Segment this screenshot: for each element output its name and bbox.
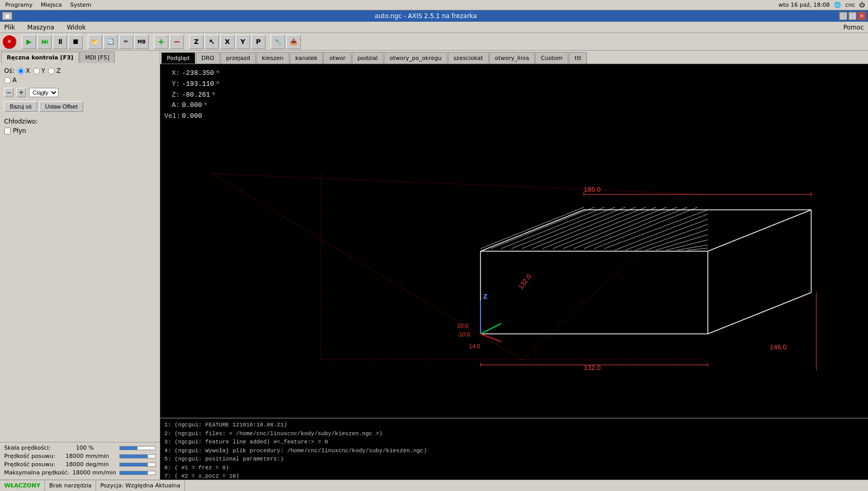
tab-kieszen[interactable]: kieszen: [256, 52, 289, 64]
status-bar: WŁĄCZONY Brak narzędzia Pozycja: Względn…: [0, 480, 868, 491]
tab-przejazd[interactable]: przejazd: [221, 52, 256, 64]
slider-feed2: Prędkość posuwu: 18000 deg/min: [4, 461, 156, 468]
home-button[interactable]: ↖: [205, 35, 219, 49]
log-line-5: 5: (ngcgui: positional parameters:): [164, 455, 864, 464]
jog-minus-button[interactable]: −: [4, 88, 13, 97]
axis-a-row: A: [4, 76, 156, 84]
tool-text: Brak narzędzia: [49, 482, 91, 489]
system-menu[interactable]: System: [68, 1, 94, 9]
step-button[interactable]: ⏭: [37, 35, 52, 49]
axis-label: Oś:: [4, 67, 14, 74]
svg-line-33: [687, 248, 708, 250]
stop-program-button[interactable]: ⏹: [68, 35, 83, 49]
right-area: Podgląd DRO przejazd kieszen kanalek otw…: [160, 51, 868, 480]
x-zero-button[interactable]: X: [220, 35, 235, 49]
tab-custom[interactable]: Custom: [535, 52, 568, 64]
tab-podzial[interactable]: podzial: [352, 52, 383, 64]
log-line-2: 2: (ngcgui: files: < /home/cnc/linuxcnc/…: [164, 429, 864, 438]
tab-kanalek[interactable]: kanalek: [290, 52, 323, 64]
log-area[interactable]: 1: (ngcgui: FEATURE 121016:18.08.21) 2: …: [160, 418, 868, 480]
z-touch-button[interactable]: Z: [189, 35, 204, 49]
slider-feed2-bar[interactable]: [119, 463, 156, 467]
axis-x-label[interactable]: X: [18, 67, 30, 74]
content-tabs: Podgląd DRO przejazd kieszen kanalek otw…: [160, 51, 868, 64]
plus-button[interactable]: +: [154, 35, 168, 49]
viewport[interactable]: X: -238.350 ⊕ Y: -193.110 ⊕ Z: -80.261 ⊕: [160, 64, 868, 418]
axis-y-radio[interactable]: [33, 68, 40, 74]
ustaw-offset-button[interactable]: Ustaw Offset: [39, 101, 83, 112]
settings-button[interactable]: 🔧: [271, 35, 285, 49]
jog-mode-select[interactable]: Ciągły 0.001 0.01 0.1 1: [29, 88, 58, 97]
miejsca-menu[interactable]: Miejsca: [39, 1, 64, 9]
y-zero-button[interactable]: Y: [236, 35, 250, 49]
axis-z-radio[interactable]: [48, 68, 55, 74]
reload-button[interactable]: 🔄: [103, 35, 118, 49]
dro-overlay: X: -238.350 ⊕ Y: -193.110 ⊕ Z: -80.261 ⊕: [164, 68, 219, 122]
bazuj-os-button[interactable]: Bazuj oś: [4, 101, 37, 112]
minus-button[interactable]: −: [169, 35, 184, 49]
slider-maxspeed: Maksymalna prędkość: 18000 mm/min: [4, 469, 156, 476]
tab-otwory-po-okregu[interactable]: otwory_po_okregu: [384, 52, 447, 64]
edit-button[interactable]: ✏️: [119, 35, 133, 49]
pause-button[interactable]: ⏸: [53, 35, 67, 49]
menu-widok[interactable]: Widok: [65, 23, 88, 32]
tab-ttt[interactable]: ttt: [569, 52, 587, 64]
run-button[interactable]: ▶: [22, 35, 36, 49]
axis-y-label[interactable]: Y: [33, 67, 45, 74]
coolant-label: Chłodziwo:: [4, 118, 156, 125]
jog-plus-button[interactable]: +: [17, 88, 26, 97]
tab-szesciokat[interactable]: szesciokat: [448, 52, 489, 64]
axis-row: Oś: X Y Z: [4, 67, 156, 74]
slider-maxspeed-fill: [120, 471, 148, 474]
power-icon[interactable]: ⏻: [859, 2, 865, 8]
menu-plik[interactable]: Plik: [2, 23, 17, 32]
dro-vel-value: 0.000: [182, 111, 202, 122]
svg-line-12: [708, 293, 811, 334]
coolant-checkbox[interactable]: [4, 128, 11, 134]
menu-maszyna[interactable]: Maszyna: [25, 23, 56, 32]
action-buttons: Bazuj oś Ustaw Offset: [4, 101, 156, 112]
svg-line-29: [646, 229, 708, 250]
tab-otwory-linia[interactable]: otwory_linia: [489, 52, 535, 64]
minimize-button[interactable]: _: [839, 12, 847, 20]
mb-button[interactable]: MB: [134, 35, 149, 49]
axis-a-radio[interactable]: [4, 77, 11, 84]
svg-line-18: [532, 207, 636, 249]
close-button[interactable]: ✕: [858, 12, 866, 20]
axis-x-radio[interactable]: [18, 68, 24, 74]
slider-maxspeed-value: 18000 mm/min: [72, 469, 116, 476]
svg-line-32: [677, 245, 708, 250]
tab-reczna-kontrola[interactable]: Ręczna kontrola [F3]: [1, 52, 79, 63]
slider-feed2-fill: [120, 463, 148, 466]
menu-pomoc[interactable]: Pomoc: [841, 23, 866, 32]
slider-feed1-bar[interactable]: [119, 454, 156, 458]
slider-maxspeed-label: Maksymalna prędkość:: [4, 469, 69, 476]
status-tool: Brak narzędzia: [45, 480, 96, 491]
coolant-checkbox-label[interactable]: Płyn: [4, 127, 156, 134]
svg-line-49: [481, 334, 501, 342]
network-icon: 🌐: [834, 2, 841, 8]
app-icon[interactable]: ■: [2, 12, 12, 20]
open-button[interactable]: 📂: [88, 35, 102, 49]
probe-button[interactable]: 📥: [286, 35, 301, 49]
p-button[interactable]: P: [251, 35, 266, 49]
status-position: Pozycja: Względna Aktualna: [96, 480, 185, 491]
slider-maxspeed-bar[interactable]: [119, 471, 156, 475]
axis-z-label[interactable]: Z: [48, 67, 60, 74]
window-title: auto.ngc - AXIS 2.5.1 na frezarka: [12, 12, 839, 20]
coolant-section: Chłodziwo: Płyn: [4, 118, 156, 134]
slider-speed-bar[interactable]: [119, 446, 156, 450]
log-line-3: 3: (ngcgui: feature line added) #<_featu…: [164, 438, 864, 447]
maximize-button[interactable]: □: [848, 12, 857, 20]
tab-dro[interactable]: DRO: [196, 52, 220, 64]
tab-mdi[interactable]: MDI [F5]: [80, 52, 115, 63]
svg-text:146.0: 146.0: [770, 343, 787, 351]
stop-button[interactable]: ✕: [2, 35, 17, 49]
tab-podglad[interactable]: Podgląd: [161, 52, 195, 64]
axis-a-label[interactable]: A: [4, 76, 17, 84]
tab-otwor[interactable]: otwor: [323, 52, 351, 64]
log-line-1: 1: (ngcgui: FEATURE 121016:18.08.21): [164, 421, 864, 429]
jog-controls: − + Ciągły 0.001 0.01 0.1 1: [4, 88, 156, 97]
slider-feed1: Prędkość posuwu: 18000 mm/min: [4, 453, 156, 459]
programy-menu[interactable]: Programy: [3, 1, 35, 9]
